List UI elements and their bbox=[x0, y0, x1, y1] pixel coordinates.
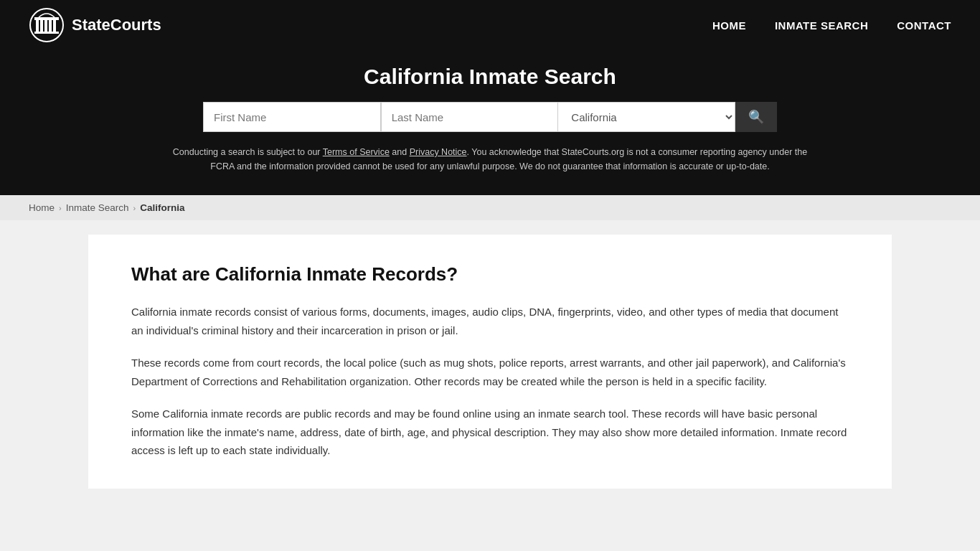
breadcrumb-inmate-search[interactable]: Inmate Search bbox=[66, 202, 129, 213]
disclaimer-before-tos: Conducting a search is subject to our bbox=[173, 147, 323, 157]
svg-rect-4 bbox=[49, 20, 52, 32]
last-name-input[interactable] bbox=[381, 102, 559, 132]
article-card: What are California Inmate Records? Cali… bbox=[88, 235, 892, 489]
breadcrumb-chevron-2: › bbox=[133, 204, 136, 212]
svg-rect-6 bbox=[34, 17, 59, 20]
svg-rect-2 bbox=[40, 20, 43, 32]
site-header: StateCourts HOME INMATE SEARCH CONTACT bbox=[0, 0, 980, 50]
search-button[interactable]: 🔍 bbox=[735, 102, 777, 132]
main-content: What are California Inmate Records? Cali… bbox=[74, 235, 906, 489]
article-paragraph-1: California inmate records consist of var… bbox=[131, 303, 849, 339]
first-name-input[interactable] bbox=[203, 102, 381, 132]
svg-rect-5 bbox=[53, 20, 56, 32]
nav-contact[interactable]: CONTACT bbox=[897, 19, 951, 32]
disclaimer-between: and bbox=[390, 147, 410, 157]
terms-of-service-link[interactable]: Terms of Service bbox=[323, 147, 390, 157]
breadcrumb-chevron-1: › bbox=[59, 204, 62, 212]
search-bar: Select State Alabama Alaska Arizona Arka… bbox=[203, 102, 777, 132]
hero-title: California Inmate Search bbox=[29, 65, 951, 89]
logo-icon bbox=[29, 7, 65, 43]
privacy-notice-link[interactable]: Privacy Notice bbox=[410, 147, 467, 157]
disclaimer-text: Conducting a search is subject to our Te… bbox=[167, 145, 813, 174]
main-nav: HOME INMATE SEARCH CONTACT bbox=[712, 19, 951, 32]
article-heading: What are California Inmate Records? bbox=[131, 263, 849, 286]
svg-rect-1 bbox=[36, 20, 39, 32]
breadcrumb-home[interactable]: Home bbox=[29, 202, 55, 213]
breadcrumb-current: California bbox=[140, 202, 184, 213]
logo-text: StateCourts bbox=[72, 16, 161, 34]
hero-section: California Inmate Search Select State Al… bbox=[0, 50, 980, 195]
nav-inmate-search[interactable]: INMATE SEARCH bbox=[775, 19, 868, 32]
breadcrumb: Home › Inmate Search › California bbox=[0, 195, 980, 220]
svg-rect-7 bbox=[34, 32, 59, 34]
state-select[interactable]: Select State Alabama Alaska Arizona Arka… bbox=[558, 102, 735, 132]
search-icon: 🔍 bbox=[748, 109, 764, 125]
site-logo[interactable]: StateCourts bbox=[29, 7, 161, 43]
article-paragraph-3: Some California inmate records are publi… bbox=[131, 405, 849, 460]
nav-home[interactable]: HOME bbox=[712, 19, 746, 32]
article-paragraph-2: These records come from court records, t… bbox=[131, 354, 849, 390]
svg-rect-3 bbox=[44, 20, 47, 32]
